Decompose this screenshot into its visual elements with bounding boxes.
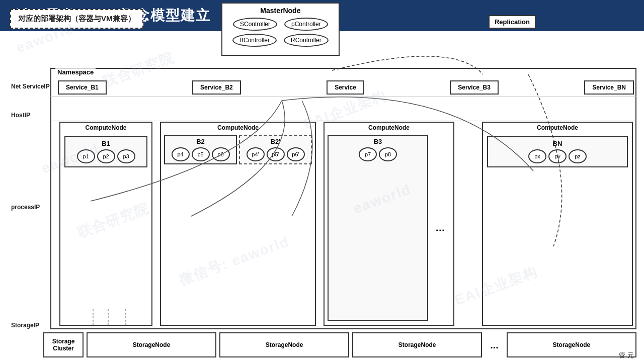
slide: 过程思考(1) -> 概念模型建立 eaworld 联合研究院 EAI企业架构 …	[0, 0, 644, 362]
scontroller: SController	[233, 18, 277, 31]
b3-title: B3	[331, 138, 425, 145]
py: py	[548, 149, 567, 163]
footer: 管 元	[619, 351, 634, 360]
namespace-label: Namespace	[55, 68, 96, 76]
rcontroller: RController	[284, 34, 329, 47]
b2prime-processes: p4' p5' p6'	[242, 147, 309, 161]
p6: p6	[212, 147, 230, 161]
storage-node-3: StorageNode	[352, 332, 482, 357]
p2: p2	[97, 149, 115, 163]
master-node-row1: SController pController	[232, 18, 329, 31]
service-bn: Service_BN	[584, 80, 634, 95]
master-node-row2: BController RController	[232, 34, 329, 47]
p8: p8	[379, 147, 397, 161]
service-b2: Service_B2	[192, 80, 241, 95]
b1-box: B1 p1 p2 p3	[64, 136, 147, 167]
process-ip-label: processIP	[11, 204, 40, 211]
footer-label: 管 元	[619, 351, 634, 359]
p7: p7	[359, 147, 377, 161]
storage-cluster: Storage Cluster	[43, 332, 84, 357]
storage-ip-label: StorageIP	[11, 322, 39, 329]
master-node-title: MasterNode	[232, 7, 329, 15]
replication-label: Replication	[495, 18, 530, 26]
p3: p3	[117, 149, 135, 163]
hline-2	[50, 121, 636, 121]
compute-node-4-title: ComputeNode	[483, 123, 632, 133]
service-b3: Service_B3	[450, 80, 499, 95]
pcontroller: pController	[284, 18, 328, 31]
px: px	[528, 149, 546, 163]
service: Service	[327, 80, 364, 95]
bcontroller: BController	[232, 34, 277, 47]
dots-label: ...	[430, 135, 450, 321]
net-service-ip-label: Net ServiceIP	[11, 83, 50, 90]
b2-processes: p4 p5 p6	[167, 147, 234, 161]
compute-node-3-title: ComputeNode	[325, 123, 453, 133]
p4: p4	[172, 147, 190, 161]
b3-processes: p7 p8	[331, 147, 425, 161]
compute-node-2-title: ComputeNode	[161, 123, 315, 133]
b2prime-title: B2'	[242, 138, 309, 145]
storage-node-1: StorageNode	[87, 332, 216, 357]
compute-node-4: ComputeNode BN px py pz	[482, 122, 633, 326]
master-node: MasterNode SController pController BCont…	[221, 3, 340, 56]
b2-title: B2	[167, 138, 234, 145]
b2prime-box: B2' p4' p5' p6'	[239, 135, 312, 164]
bn-processes: px py pz	[491, 149, 624, 163]
pz: pz	[569, 149, 587, 163]
p4prime: p4'	[247, 147, 265, 161]
compute-node-2-boxes: B2 p4 p5 p6 B2' p4' p5' p6'	[164, 135, 312, 164]
p5prime: p5'	[267, 147, 285, 161]
replication-box: Replication	[489, 15, 536, 29]
deployment-label: 对应的部署架构（容器与VM兼容）	[10, 9, 143, 29]
storage-dots: ...	[485, 332, 504, 357]
p6prime: p6'	[287, 147, 305, 161]
host-ip-label: HostIP	[11, 112, 30, 119]
bn-box: BN px py pz	[487, 136, 628, 167]
p5: p5	[192, 147, 210, 161]
bn-title: BN	[491, 140, 624, 147]
storage-row: Storage Cluster StorageNode StorageNode …	[10, 330, 636, 359]
compute-node-3: ComputeNode B3 p7 p8 ...	[324, 122, 454, 326]
storage-node-2: StorageNode	[219, 332, 349, 357]
b1-title: B1	[68, 140, 143, 147]
service-b1: Service_B1	[58, 80, 107, 95]
compute-node-3-inner: B3 p7 p8 ...	[328, 135, 450, 321]
compute-node-1-title: ComputeNode	[60, 123, 151, 133]
compute-node-1: ComputeNode B1 p1 p2 p3	[59, 122, 152, 326]
storage-node-n: StorageNode	[507, 332, 636, 357]
service-row: Service_B1 Service_B2 Service Service_B3…	[58, 80, 634, 95]
b1-processes: p1 p2 p3	[68, 149, 143, 163]
p1: p1	[77, 149, 95, 163]
b2-box: B2 p4 p5 p6	[164, 135, 237, 164]
compute-node-2: ComputeNode B2 p4 p5 p6 B2' p4' p5' p6'	[160, 122, 316, 326]
hline-1	[50, 97, 636, 97]
b3-box: B3 p7 p8	[328, 135, 428, 321]
